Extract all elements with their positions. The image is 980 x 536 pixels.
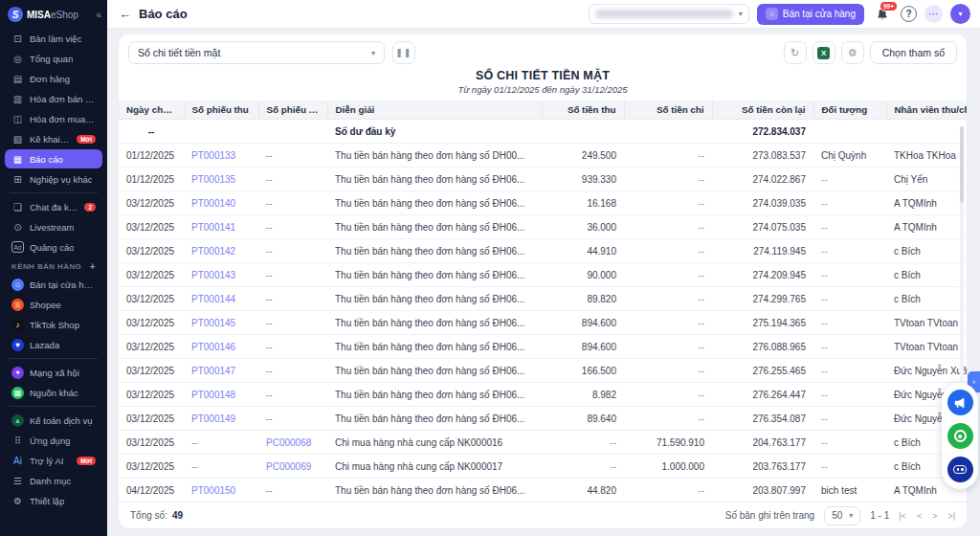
- cell-receipt-link[interactable]: PT000135: [191, 174, 235, 185]
- sidebar-item-mang-xa-hoi[interactable]: ✦Mạng xã hội: [5, 363, 102, 382]
- user-avatar-menu[interactable]: ▾: [950, 4, 970, 24]
- badge: Mới: [77, 135, 96, 144]
- cell-receipt-link[interactable]: PT000147: [191, 366, 235, 376]
- toolbar-actions: ↻ X ⚙ Chọn tham số: [784, 41, 957, 64]
- add-channel-button[interactable]: +: [90, 261, 96, 272]
- sidebar-item-chat-da-kenh[interactable]: ❏Chat đa kênh2: [5, 197, 102, 216]
- cell-amount-in-value: 90.000: [587, 270, 616, 280]
- sidebar-item-quang-cao[interactable]: AdQuảng cáo: [5, 237, 102, 257]
- cell-receipt-link[interactable]: PT000149: [191, 413, 235, 424]
- back-button[interactable]: ←: [119, 7, 131, 21]
- cell-payment-link[interactable]: PC000069: [266, 461, 311, 472]
- export-excel-button[interactable]: X: [813, 41, 835, 64]
- notifications-button[interactable]: 99+: [872, 4, 893, 25]
- table-row[interactable]: 03/12/2025PT000146--Thu tiền bán hàng th…: [119, 335, 967, 359]
- chatbot-button[interactable]: [947, 457, 973, 482]
- sidebar-item-don-hang[interactable]: ▤Đơn hàng: [5, 69, 102, 88]
- notification-badge: 99+: [880, 1, 898, 11]
- cell-receipt-link[interactable]: PT000140: [191, 198, 235, 209]
- help-button[interactable]: ?: [901, 6, 917, 22]
- lazada-icon: ♥: [11, 339, 24, 351]
- table-scrollbar[interactable]: [960, 126, 964, 413]
- cell-receipt-link[interactable]: PT000143: [191, 270, 235, 280]
- sidebar-item-tiktok-shop[interactable]: ♪TikTok Shop: [5, 315, 102, 334]
- cell-description: Số dư đầu kỳ: [327, 120, 542, 144]
- sell-at-store-button[interactable]: ⌂ Bán tại cửa hàng: [757, 4, 864, 25]
- cell-receipt-link[interactable]: PT000145: [191, 318, 235, 328]
- cell-staff-value: c Bích: [894, 270, 921, 280]
- store-selector[interactable]: ▾: [589, 4, 749, 24]
- empty-value: --: [266, 485, 273, 496]
- table-row[interactable]: 03/12/2025--PC000068Chi mua hàng nhà cun…: [119, 431, 967, 455]
- expand-report-button[interactable]: ❚❚: [392, 41, 415, 64]
- cell-receipt-link[interactable]: PT000133: [191, 150, 235, 161]
- empty-value: --: [821, 390, 828, 400]
- sidebar-item-hoa-don-mua-hang[interactable]: ◫Hóa đơn mua hàng: [5, 109, 102, 128]
- cell-balance-value: 274.022.867: [752, 174, 806, 185]
- cell-receipt: PT000142: [184, 239, 258, 263]
- cell-receipt-link[interactable]: PT000148: [191, 390, 235, 400]
- table-row[interactable]: 01/12/2025PT000135--Thu tiền bán hàng th…: [119, 168, 967, 191]
- cell-date-value: 03/12/2025: [126, 318, 174, 328]
- first-page-button[interactable]: |<: [899, 511, 906, 521]
- table-row[interactable]: 03/12/2025PT000144--Thu tiền bán hàng th…: [119, 287, 967, 311]
- cell-receipt-link[interactable]: PT000150: [191, 485, 235, 496]
- table-row[interactable]: 03/12/2025PT000141--Thu tiền bán hàng th…: [119, 215, 967, 239]
- empty-value: --: [698, 150, 704, 161]
- sidebar-item-ban-lam-viec[interactable]: ⊡Bàn làm việc: [5, 29, 102, 48]
- choose-parameters-button[interactable]: Chọn tham số: [870, 41, 957, 64]
- refresh-button[interactable]: ↻: [784, 41, 807, 64]
- cell-payment-link[interactable]: PC000068: [266, 437, 311, 448]
- settings-button[interactable]: ⚙: [841, 41, 864, 64]
- prev-page-button[interactable]: <: [917, 511, 922, 521]
- robot-icon: [953, 465, 967, 474]
- scrollbar-thumb[interactable]: [960, 126, 964, 203]
- sidebar-item-ke-toan-dich-vu[interactable]: ▲Kế toán dịch vụ: [5, 411, 102, 430]
- cell-balance: 273.083.537: [712, 144, 813, 168]
- sidebar-item-nguon-khac[interactable]: ▦Nguồn khác: [5, 383, 102, 402]
- table-row[interactable]: 04/12/2025PT000150--Thu tiền bán hàng th…: [119, 479, 967, 502]
- table-row[interactable]: 03/12/2025PT000145--Thu tiền bán hàng th…: [119, 311, 967, 335]
- cell-amount-in-value: 89.640: [587, 413, 616, 424]
- cell-date: --: [119, 120, 184, 144]
- table-row[interactable]: 03/12/2025PT000140--Thu tiền bán hàng th…: [119, 191, 967, 215]
- zalo-chat-button[interactable]: [947, 423, 973, 449]
- cell-payment: --: [258, 383, 327, 407]
- sidebar-item-lazada[interactable]: ♥Lazada: [5, 335, 102, 354]
- cell-receipt: PT000145: [184, 311, 258, 335]
- per-page-selector[interactable]: 50 ▾: [824, 506, 860, 525]
- table-row[interactable]: 03/12/2025PT000149--Thu tiền bán hàng th…: [119, 407, 967, 431]
- sidebar-item-livestream[interactable]: ⊙Livestream: [5, 217, 102, 236]
- sidebar-item-tong-quan[interactable]: ◎Tổng quan: [5, 49, 102, 68]
- next-page-button[interactable]: >: [932, 511, 937, 521]
- report-type-selector[interactable]: Sổ chi tiết tiền mặt ▾: [128, 41, 385, 64]
- table-row[interactable]: 01/12/2025PT000133--Thu tiền bán hàng th…: [119, 144, 967, 168]
- cell-receipt-link[interactable]: PT000141: [191, 222, 235, 233]
- sidebar-item-hoa-don-ban-hang[interactable]: ▥Hóa đơn bán hàng: [5, 89, 102, 108]
- sidebar-item-shopee[interactable]: SShopee: [5, 295, 102, 314]
- sidebar-item-ban-tai-cua-hang[interactable]: ⌂Bán tại cửa hàng: [5, 275, 102, 294]
- sidebar-item-bao-cao[interactable]: ▦Báo cáo: [5, 149, 102, 168]
- cell-receipt-link[interactable]: PT000146: [191, 342, 235, 352]
- sidebar-collapse-button[interactable]: «: [96, 10, 101, 20]
- sidebar-item-nghiep-vu-khac[interactable]: ⊞Nghiệp vụ khác: [5, 169, 102, 189]
- cell-amount-in-value: 44.910: [587, 246, 616, 257]
- table-row[interactable]: 03/12/2025PT000142--Thu tiền bán hàng th…: [119, 239, 967, 263]
- sidebar-item-thiet-lap[interactable]: ⚙Thiết lập: [5, 491, 102, 510]
- more-button[interactable]: ···: [924, 5, 943, 23]
- sidebar-item-tro-ly-ai[interactable]: AiTrợ lý AIMới: [5, 451, 102, 470]
- last-page-button[interactable]: >|: [947, 511, 955, 521]
- cell-receipt: [184, 120, 258, 144]
- sidebar-item-danh-muc[interactable]: ☰Danh mục: [5, 471, 102, 490]
- table-row[interactable]: 03/12/2025PT000143--Thu tiền bán hàng th…: [119, 263, 967, 287]
- cell-receipt-link[interactable]: PT000142: [191, 246, 235, 257]
- sidebar-item-ke-khai-thue[interactable]: ▧Kê khai thuếMới: [5, 129, 102, 148]
- table-row[interactable]: 03/12/2025PT000148--Thu tiền bán hàng th…: [119, 383, 967, 407]
- cell-staff-value: A TQMInh: [894, 198, 937, 209]
- sidebar-item-ung-dung[interactable]: ⠿Ứng dụng: [5, 431, 102, 450]
- announcements-button[interactable]: [947, 390, 973, 415]
- empty-value: --: [821, 294, 828, 304]
- table-row[interactable]: 03/12/2025PT000147--Thu tiền bán hàng th…: [119, 359, 967, 383]
- table-row[interactable]: 03/12/2025--PC000069Chi mua hàng nhà cun…: [119, 455, 967, 479]
- cell-receipt-link[interactable]: PT000144: [191, 294, 235, 304]
